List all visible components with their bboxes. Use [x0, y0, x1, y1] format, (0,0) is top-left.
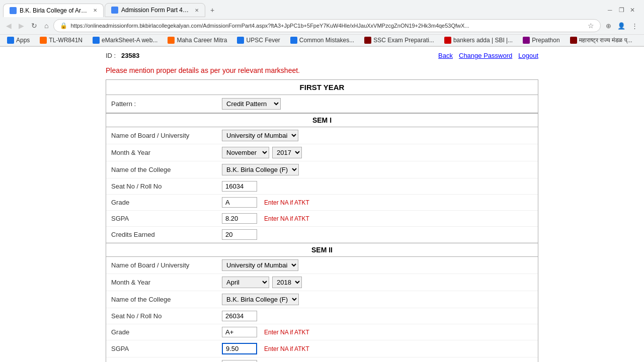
bankers-bookmark-label: bankers adda | SBI |... [453, 37, 513, 44]
maharashtra-bookmark-label: महाराष्ट्र राज्य मंडळ प्... [579, 37, 632, 44]
sem1-board-row: Name of Board / University University of… [106, 127, 538, 144]
bookmark-ssc[interactable]: SSC Exam Preparati... [361, 36, 437, 45]
logout-link[interactable]: Logout [518, 52, 538, 59]
menu-button[interactable]: ⋮ [629, 20, 640, 32]
bookmark-star-icon[interactable]: ☆ [588, 22, 594, 30]
tab-active[interactable]: B.K. Birla College of Arts, Science... ✕ [3, 4, 104, 17]
sem1-board-label: Name of Board / University [111, 132, 222, 139]
bankers-bookmark-icon [444, 37, 451, 44]
sem2-month-control: April JanuaryFebruaryMarch MayJuneJuly A… [222, 277, 302, 288]
restore-button[interactable]: ❐ [619, 7, 626, 14]
sem1-grade-input[interactable] [222, 197, 257, 208]
maharashtra-bookmark-icon [570, 37, 577, 44]
change-password-link[interactable]: Change Password [459, 52, 512, 59]
sem1-seat-input[interactable] [222, 181, 257, 192]
tab-label-2: Admission Form Part 4 - Birla [121, 7, 190, 14]
page-content: ID : 23583 Back Change Password Logout P… [96, 47, 548, 362]
sem2-board-row: Name of Board / University University of… [106, 257, 538, 274]
sem2-sgpa-control: Enter NA if ATKT [222, 343, 309, 354]
sem2-month-row: Month & Year April JanuaryFebruaryMarch … [106, 274, 538, 291]
bookmark-upsc[interactable]: UPSC Fever [234, 36, 283, 45]
common-bookmark-label: Common Mistakes... [299, 37, 354, 44]
sem2-title: SEM II [106, 243, 538, 257]
sem2-sgpa-atkt-note: Enter NA if ATKT [264, 345, 309, 352]
sem1-month-label: Month & Year [111, 149, 222, 156]
sem1-sgpa-control: Enter NA if ATKT [222, 213, 309, 224]
sem1-seat-control [222, 181, 257, 192]
tab-label-1: B.K. Birla College of Arts, Science... [20, 7, 88, 14]
sem1-month-select[interactable]: November JanuaryFebruaryMarch AprilMayJu… [222, 147, 269, 158]
sem2-college-select[interactable]: B.K. Birla College (F) Other College [222, 294, 299, 305]
sem2-grade-row: Grade Enter NA if ATKT [106, 324, 538, 340]
sem2-year-select[interactable]: 2018 2015201620172019 [272, 277, 302, 288]
sem2-seat-input[interactable] [222, 311, 257, 321]
sem2-sgpa-input[interactable] [222, 343, 257, 354]
tab-inactive[interactable]: Admission Form Part 4 - Birla ✕ [105, 3, 205, 17]
extensions-button[interactable]: ⊕ [604, 20, 613, 32]
pattern-label: Pattern : [111, 100, 222, 108]
sem1-title: SEM I [106, 113, 538, 127]
sem2-board-control: University of Mumbai Other University [222, 259, 298, 271]
sem2-board-select[interactable]: University of Mumbai Other University [222, 259, 298, 271]
tl-bookmark-icon [40, 37, 47, 44]
bookmark-emarksheet[interactable]: eMarkSheet-A web... [90, 36, 160, 45]
home-button[interactable]: ⌂ [42, 20, 50, 32]
browser-chrome: B.K. Birla College of Arts, Science... ✕… [0, 0, 644, 47]
first-year-section: FIRST YEAR Pattern : Credit Pattern Annu… [106, 79, 538, 362]
tab-close-1[interactable]: ✕ [93, 8, 97, 13]
sem1-credits-label: Credits Earned [111, 231, 222, 238]
back-link[interactable]: Back [438, 52, 453, 59]
sem1-college-select[interactable]: B.K. Birla College (F) Other College [222, 164, 299, 175]
sem1-college-label: Name of the College [111, 166, 222, 173]
bookmark-maharashtra[interactable]: महाराष्ट्र राज्य मंडळ प्... [567, 36, 635, 45]
close-button[interactable]: ✕ [630, 7, 637, 14]
sem2-grade-input[interactable] [222, 327, 257, 337]
sem1-credits-input[interactable] [222, 229, 257, 240]
sem2-seat-row: Seat No / Roll No [106, 308, 538, 324]
ssc-bookmark-icon [364, 37, 371, 44]
sem2-credits-input[interactable] [222, 360, 257, 362]
minimize-button[interactable]: ─ [608, 7, 615, 14]
lock-icon: 🔒 [60, 22, 67, 29]
sem1-year-select[interactable]: 2017 2015201620182019 [272, 147, 302, 158]
id-display: ID : 23583 [106, 52, 139, 59]
sem2-college-label: Name of the College [111, 296, 222, 303]
tl-bookmark-label: TL-WR841N [49, 37, 83, 44]
sem2-board-label: Name of Board / University [111, 261, 222, 269]
nav-action-buttons: ⊕ 👤 ⋮ [604, 20, 640, 32]
reload-button[interactable]: ↻ [29, 20, 39, 32]
sem1-board-select[interactable]: University of Mumbai Other University [222, 130, 298, 141]
pattern-row: Pattern : Credit Pattern Annual Pattern [106, 95, 538, 113]
bookmark-bankers[interactable]: bankers adda | SBI |... [441, 36, 516, 45]
bookmark-prepathon[interactable]: Prepathon [520, 36, 562, 45]
sem1-grade-control: Enter NA if ATKT [222, 197, 309, 208]
notice-text: Please mention proper details as per you… [106, 64, 538, 79]
sem2-seat-label: Seat No / Roll No [111, 312, 222, 320]
profile-button[interactable]: 👤 [615, 20, 627, 32]
bookmarks-bar: Apps TL-WR841N eMarkSheet-A web... Maha … [0, 35, 644, 46]
forward-nav-button[interactable]: ▶ [17, 20, 26, 32]
bookmark-maha[interactable]: Maha Career Mitra [165, 36, 230, 45]
sem1-sgpa-input[interactable] [222, 213, 257, 224]
bookmark-common[interactable]: Common Mistakes... [287, 36, 357, 45]
sem2-college-control: B.K. Birla College (F) Other College [222, 294, 299, 305]
sem1-sgpa-atkt-note: Enter NA if ATKT [264, 215, 309, 222]
tab-close-2[interactable]: ✕ [195, 8, 199, 13]
sem1-sgpa-label: SGPA [111, 215, 222, 222]
sem2-month-select[interactable]: April JanuaryFebruaryMarch MayJuneJuly A… [222, 277, 269, 288]
tab-favicon-2 [111, 7, 118, 14]
window-controls: ─ ❐ ✕ [604, 5, 641, 16]
bookmark-apps[interactable]: Apps [4, 36, 33, 45]
header-links: Back Change Password Logout [438, 52, 538, 59]
ssc-bookmark-label: SSC Exam Preparati... [373, 37, 434, 44]
sem1-college-control: B.K. Birla College (F) Other College [222, 164, 299, 175]
back-nav-button[interactable]: ◀ [4, 20, 14, 32]
sem1-month-row: Month & Year November JanuaryFebruaryMar… [106, 144, 538, 161]
new-tab-button[interactable]: + [206, 4, 218, 16]
prepathon-bookmark-label: Prepathon [532, 37, 559, 44]
bookmark-tl[interactable]: TL-WR841N [37, 36, 86, 45]
tab-favicon [10, 7, 17, 14]
pattern-select[interactable]: Credit Pattern Annual Pattern [222, 98, 281, 110]
address-bar[interactable]: 🔒 https://onlineadmissionform.bkbirlacol… [53, 19, 601, 32]
sem2-credits-row: Credits Earned [106, 357, 538, 362]
